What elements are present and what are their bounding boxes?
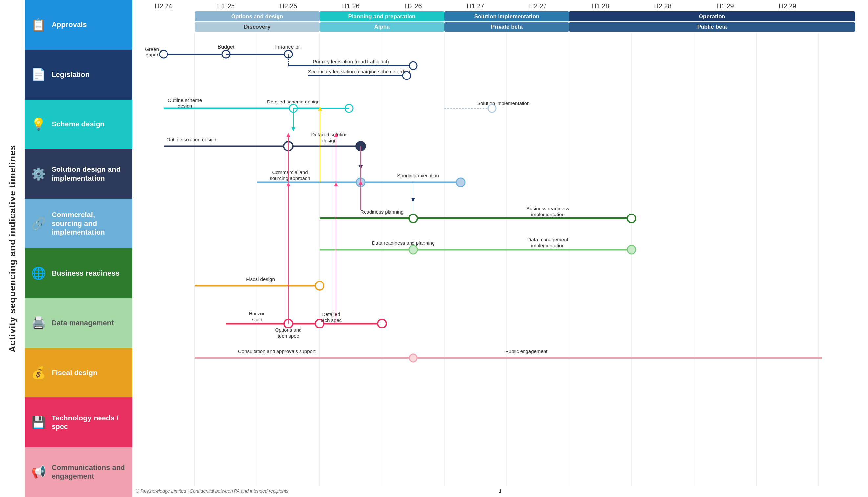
svg-text:Green: Green xyxy=(145,46,159,52)
svg-text:Public engagement: Public engagement xyxy=(505,349,548,354)
svg-text:H1 26: H1 26 xyxy=(342,2,359,10)
svg-text:Detailed scheme design: Detailed scheme design xyxy=(267,99,320,104)
vertical-label: Activity sequencing and indicative timel… xyxy=(0,0,25,497)
approvals-icon: 📋 xyxy=(30,18,47,32)
sidebar-item-technology[interactable]: 💾 Technology needs / spec xyxy=(25,397,132,447)
svg-text:Outline scheme: Outline scheme xyxy=(168,97,202,103)
svg-point-117 xyxy=(378,319,386,328)
svg-text:Options and design: Options and design xyxy=(231,13,284,20)
svg-text:scan: scan xyxy=(252,317,262,322)
svg-text:H2 29: H2 29 xyxy=(779,2,796,10)
commercial-icon: 🔗 xyxy=(30,217,47,231)
sidebar-item-solution[interactable]: ⚙️ Solution design and implementation xyxy=(25,149,132,199)
svg-marker-65 xyxy=(291,127,295,131)
svg-point-104 xyxy=(627,245,636,254)
page: Activity sequencing and indicative timel… xyxy=(0,0,868,497)
svg-text:Business readiness: Business readiness xyxy=(526,205,569,211)
sidebar-item-comms[interactable]: 📢 Communications and engagement xyxy=(25,448,132,497)
svg-text:Options and: Options and xyxy=(275,327,302,333)
svg-text:Discovery: Discovery xyxy=(244,24,271,30)
solution-label: Solution design and implementation xyxy=(52,165,127,183)
sidebar-item-legislation[interactable]: 📄 Legislation xyxy=(25,49,132,99)
svg-marker-88 xyxy=(411,198,415,202)
scheme-icon: 💡 xyxy=(30,117,47,131)
sidebar-item-fiscal[interactable]: 💰 Fiscal design xyxy=(25,348,132,397)
svg-text:implementation: implementation xyxy=(531,212,565,217)
svg-text:H2 24: H2 24 xyxy=(155,2,172,10)
comms-label: Communications and engagement xyxy=(52,464,127,481)
svg-text:H2 26: H2 26 xyxy=(404,2,422,10)
timeline-svg: H2 24 H1 25 H2 25 H1 26 H2 26 H1 27 H2 2… xyxy=(132,0,868,497)
svg-text:Secondary legislation (chargin: Secondary legislation (charging scheme o… xyxy=(308,69,410,74)
svg-text:1: 1 xyxy=(499,488,502,494)
fiscal-label: Fiscal design xyxy=(52,369,97,377)
sidebar-item-data[interactable]: 🖨️ Data management xyxy=(25,298,132,348)
sidebar-item-commercial[interactable]: 🔗 Commercial, sourcing and implementatio… xyxy=(25,199,132,248)
svg-marker-81 xyxy=(286,133,290,137)
svg-text:H1 27: H1 27 xyxy=(467,2,484,10)
svg-point-97 xyxy=(409,214,417,223)
svg-point-98 xyxy=(627,214,636,223)
svg-text:Consultation and approvals sup: Consultation and approvals support xyxy=(238,349,316,354)
chart-area: H2 24 H1 25 H2 25 H1 26 H2 26 H1 27 H2 2… xyxy=(132,0,868,497)
svg-text:Solution implementation: Solution implementation xyxy=(474,13,539,20)
svg-text:Budget: Budget xyxy=(218,44,234,49)
svg-point-79 xyxy=(457,178,465,187)
svg-text:Fiscal design: Fiscal design xyxy=(246,276,275,282)
legislation-icon: 📄 xyxy=(30,68,47,82)
svg-text:Public beta: Public beta xyxy=(697,24,727,30)
svg-text:Readiness planning: Readiness planning xyxy=(360,209,404,214)
svg-text:Solution implementation: Solution implementation xyxy=(477,100,530,106)
sidebar-item-scheme[interactable]: 💡 Scheme design xyxy=(25,100,132,149)
svg-text:tech spec: tech spec xyxy=(278,333,299,339)
svg-text:Planning and preparation: Planning and preparation xyxy=(348,13,416,20)
svg-text:implementation: implementation xyxy=(531,243,565,248)
svg-text:H1 25: H1 25 xyxy=(217,2,234,10)
svg-text:H1 28: H1 28 xyxy=(592,2,609,10)
svg-point-41 xyxy=(160,50,168,58)
svg-point-49 xyxy=(409,62,417,70)
svg-text:Data readiness and planning: Data readiness and planning xyxy=(372,240,435,246)
svg-text:Alpha: Alpha xyxy=(374,24,390,30)
solution-icon: ⚙️ xyxy=(30,167,47,181)
svg-text:Primary legislation (road traf: Primary legislation (road traffic act) xyxy=(313,59,389,65)
svg-text:© PA Knowledge Limited  |  Con: © PA Knowledge Limited | Confidential be… xyxy=(136,488,288,494)
legislation-label: Legislation xyxy=(52,70,90,79)
svg-point-107 xyxy=(315,282,324,290)
svg-text:Detailed: Detailed xyxy=(322,311,340,317)
data-icon: 🖨️ xyxy=(30,316,47,330)
sidebar-item-business[interactable]: 🌐 Business readiness xyxy=(25,248,132,298)
svg-text:Detailed solution: Detailed solution xyxy=(311,132,348,137)
technology-icon: 💾 xyxy=(30,415,47,429)
svg-text:Operation: Operation xyxy=(699,13,725,20)
svg-point-52 xyxy=(403,72,410,80)
svg-text:Data management: Data management xyxy=(527,237,568,242)
approvals-label: Approvals xyxy=(52,20,87,29)
svg-point-103 xyxy=(409,245,417,254)
svg-text:Sourcing execution: Sourcing execution xyxy=(397,173,439,179)
commercial-label: Commercial, sourcing and implementation xyxy=(52,211,127,237)
svg-text:paper: paper xyxy=(146,52,158,57)
business-icon: 🌐 xyxy=(30,266,47,280)
svg-text:H1 29: H1 29 xyxy=(716,2,734,10)
svg-point-63 xyxy=(488,104,496,112)
svg-text:Finance bill: Finance bill xyxy=(275,44,302,49)
svg-text:Private beta: Private beta xyxy=(491,24,523,30)
svg-text:Commercial and: Commercial and xyxy=(272,170,308,175)
svg-text:Outline solution design: Outline solution design xyxy=(167,137,216,142)
comms-icon: 📢 xyxy=(30,465,47,479)
sidebar: 📋 Approvals 📄 Legislation 💡 Scheme desig… xyxy=(25,0,132,497)
svg-text:Horizon: Horizon xyxy=(249,311,266,316)
fiscal-icon: 💰 xyxy=(30,366,47,380)
business-label: Business readiness xyxy=(52,269,119,278)
svg-text:sourcing approach: sourcing approach xyxy=(270,175,310,181)
svg-text:H2 25: H2 25 xyxy=(279,2,297,10)
svg-text:design: design xyxy=(322,138,337,143)
data-label: Data management xyxy=(52,318,114,327)
scheme-label: Scheme design xyxy=(52,120,104,128)
svg-point-124 xyxy=(409,354,417,362)
sidebar-item-approvals[interactable]: 📋 Approvals xyxy=(25,0,132,49)
technology-label: Technology needs / spec xyxy=(52,414,127,431)
svg-text:H2 28: H2 28 xyxy=(654,2,671,10)
svg-text:tech spec: tech spec xyxy=(320,317,342,323)
